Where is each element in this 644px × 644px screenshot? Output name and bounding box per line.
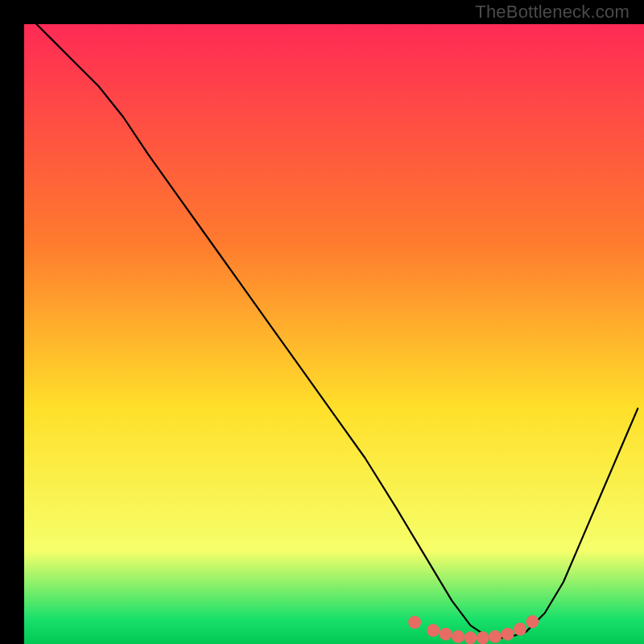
highlight-dot [489, 630, 502, 643]
highlight-dot [514, 623, 526, 636]
highlight-dot [452, 630, 464, 643]
gradient-background [24, 24, 644, 644]
watermark-text: TheBottleneck.com [475, 2, 630, 23]
chart-frame [12, 12, 632, 632]
plot-area [24, 24, 644, 644]
highlight-dot [477, 631, 489, 644]
highlight-dot [440, 628, 452, 641]
highlight-dot [502, 628, 514, 641]
highlight-dot [408, 616, 421, 629]
highlight-dot [464, 631, 477, 644]
highlight-dot [427, 624, 440, 637]
highlight-dot [526, 615, 539, 628]
bottleneck-chart [24, 24, 644, 644]
